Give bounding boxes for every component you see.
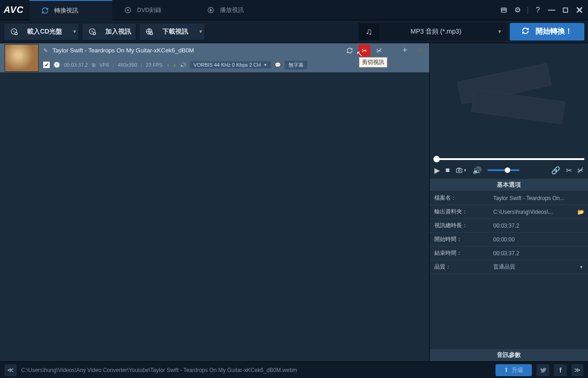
refresh-item-icon[interactable]: [344, 45, 356, 57]
facebook-button[interactable]: f: [554, 364, 567, 376]
audio-params-header[interactable]: 音訊參數: [430, 349, 588, 361]
tab-convert-label: 轉換視訊: [54, 6, 78, 15]
link-icon[interactable]: 🔗: [551, 166, 560, 175]
prop-row-duration: 視訊總時長： 00:03:37.2: [430, 219, 588, 233]
volume-icon[interactable]: 🔊: [473, 166, 482, 175]
start-convert-label: 開始轉換！: [536, 27, 572, 36]
add-item-icon[interactable]: +: [399, 45, 411, 57]
audio-info-dropdown[interactable]: VORBIS 44 KHz 0 Kbps 2 CH ▼: [190, 61, 271, 69]
title-bar: AVC 轉換視訊 DVD刻錄 播放視訊 ⚙ | ? — ✕: [0, 0, 588, 20]
svg-rect-12: [456, 169, 462, 173]
player-controls: ▶ ■ ▼ 🔊 🔗 ✂ ✂̸: [430, 162, 588, 178]
caret-down-icon: ▼: [493, 29, 507, 34]
tab-convert[interactable]: 轉換視訊: [29, 0, 112, 20]
subtitle-label[interactable]: 無字幕: [285, 61, 307, 69]
remove-item-icon[interactable]: ✖: [414, 45, 426, 57]
seek-track: [433, 158, 584, 160]
expand-button[interactable]: ≫: [571, 364, 583, 376]
prop-end-value[interactable]: 00:03:37.2: [490, 250, 588, 257]
prop-output-value[interactable]: C:\Users\hung\Videos\... 📂: [490, 209, 588, 215]
select-checkbox[interactable]: ✓: [43, 62, 50, 68]
upgrade-label: 升級: [512, 366, 524, 374]
refresh-icon: [41, 7, 49, 14]
add-video-button[interactable]: 加入視訊: [82, 23, 136, 40]
basic-options-header[interactable]: 基本選項: [430, 178, 588, 191]
thumbnail-wrap: [0, 43, 43, 73]
globe-add-icon: [144, 26, 155, 37]
download-video-button[interactable]: 下載視訊 ▼: [139, 23, 205, 40]
maximize-button[interactable]: [560, 5, 571, 15]
stop-button[interactable]: ■: [445, 166, 450, 174]
audio-params-label: 音訊參數: [497, 351, 521, 359]
settings-icon[interactable]: ⚙: [513, 5, 523, 15]
list-icon[interactable]: [499, 5, 509, 15]
prop-end-label: 結束時間：: [430, 249, 490, 257]
props-empty-area: [430, 274, 588, 325]
prop-start-value[interactable]: 00:00:00: [490, 236, 588, 243]
item-actions: ✂ ✂̸ + ✖: [344, 45, 426, 57]
video-resolution: 480x360: [118, 62, 137, 68]
seek-bar[interactable]: [433, 156, 584, 162]
separator: |: [526, 5, 529, 15]
start-convert-button[interactable]: 開始轉換！: [510, 23, 584, 40]
caret-down-icon: ▼: [264, 63, 267, 67]
film-reel-placeholder-icon: [458, 68, 559, 132]
cut-video-button[interactable]: ✂: [358, 45, 370, 57]
app-logo: AVC: [4, 5, 24, 15]
tab-dvd[interactable]: DVD刻錄: [112, 0, 195, 20]
disc-add-icon: [9, 26, 20, 37]
add-cd-button[interactable]: 載入CD光盤 ▼: [4, 23, 79, 40]
prop-quality-text: 普通品質: [493, 263, 515, 271]
chevron-right-icon: ›: [167, 62, 169, 68]
caret-down-icon: ▼: [198, 29, 203, 34]
video-codec: VP8: [99, 62, 109, 68]
pencil-icon[interactable]: ✎: [43, 47, 50, 54]
collapse-button[interactable]: ≪: [5, 364, 17, 376]
music-icon: ♪: [173, 62, 176, 68]
upgrade-arrow-icon: ⬆: [504, 367, 509, 373]
add-cd-label: 載入CD光盤: [27, 28, 62, 36]
separator: |: [141, 62, 142, 68]
volume-thumb[interactable]: [505, 167, 510, 173]
properties-panel: 檔案名： Taylor Swift - Teardrops On... 輸出資料…: [430, 191, 588, 349]
video-preview[interactable]: [430, 43, 588, 156]
prop-output-text: C:\Users\hung\Videos\...: [493, 209, 553, 215]
main-toolbar: 載入CD光盤 ▼ 加入視訊 下載視訊 ▼ ♫ MP3 音頻 (*.mp3) ▼ …: [0, 20, 588, 43]
upgrade-button[interactable]: ⬆ 升級: [496, 364, 532, 376]
music-note-icon: ♫: [359, 23, 379, 40]
folder-open-icon[interactable]: 📂: [577, 209, 584, 215]
cut-tooltip: 剪切視訊: [359, 57, 387, 68]
add-video-label: 加入視訊: [105, 28, 131, 36]
twitter-button[interactable]: [536, 364, 549, 376]
seek-thumb[interactable]: [433, 156, 440, 162]
clock-icon: 🕘: [53, 62, 60, 68]
prop-filename-value[interactable]: Taylor Swift - Teardrops On...: [490, 195, 588, 201]
merge-icon[interactable]: ✂̸: [373, 45, 385, 57]
svg-point-0: [125, 7, 131, 13]
tab-play[interactable]: 播放視訊: [195, 0, 278, 20]
play-button[interactable]: ▶: [434, 166, 440, 175]
volume-slider[interactable]: [487, 169, 519, 171]
snapshot-button[interactable]: ▼: [455, 166, 467, 174]
svg-point-1: [127, 9, 128, 11]
separator: |: [113, 62, 114, 68]
prop-output-label: 輸出資料夾：: [430, 208, 490, 216]
play-circle-icon: [207, 6, 214, 14]
output-format-label: MP3 音頻 (*.mp3): [379, 28, 493, 36]
video-list: ✎ Taylor Swift - Teardrops On My Guitar-…: [0, 43, 430, 361]
minimize-button[interactable]: —: [547, 5, 557, 15]
no-cut-icon[interactable]: ✂̸: [577, 166, 583, 175]
close-button[interactable]: ✕: [574, 5, 584, 15]
svg-point-13: [458, 170, 460, 172]
svg-point-6: [13, 31, 15, 32]
prop-row-output: 輸出資料夾： C:\Users\hung\Videos\... 📂: [430, 205, 588, 219]
cut-icon[interactable]: ✂: [566, 166, 572, 175]
prop-row-start: 開始時間： 00:00:00: [430, 233, 588, 246]
help-icon[interactable]: ?: [533, 5, 543, 15]
prop-quality-value[interactable]: 普通品質 ▼: [490, 263, 588, 271]
video-thumbnail[interactable]: [5, 44, 39, 72]
prop-row-quality: 品質： 普通品質 ▼: [430, 260, 588, 274]
audio-info-label: VORBIS 44 KHz 0 Kbps 2 CH: [194, 62, 261, 68]
video-list-item[interactable]: ✎ Taylor Swift - Teardrops On My Guitar-…: [0, 43, 429, 73]
output-format-selector[interactable]: ♫ MP3 音頻 (*.mp3) ▼: [358, 23, 507, 40]
